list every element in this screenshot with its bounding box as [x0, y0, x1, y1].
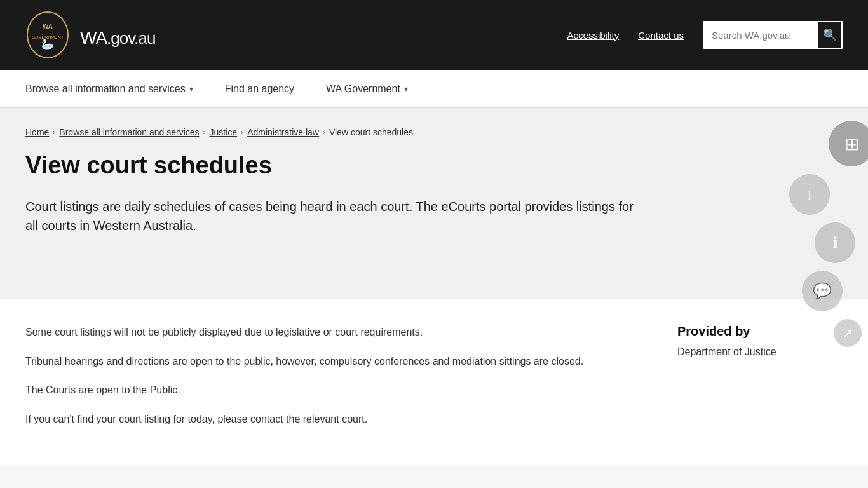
page-title: View court schedules — [25, 152, 843, 179]
breadcrumb-home[interactable]: Home — [25, 127, 49, 137]
breadcrumb-sep-2: › — [203, 128, 206, 137]
contact-link[interactable]: Contact us — [638, 30, 684, 41]
chat-icon: 💬 — [813, 282, 832, 300]
chevron-down-icon: ▾ — [189, 85, 193, 93]
layers-icon: ⊞ — [844, 133, 859, 154]
chevron-down-icon-2: ▾ — [404, 85, 408, 93]
breadcrumb-admin-law[interactable]: Administrative law — [247, 127, 319, 137]
breadcrumb-sep-1: › — [53, 128, 55, 137]
paragraph-2: Tribunal hearings and directions are ope… — [25, 353, 639, 370]
site-header: WA GOVERNMENT 🦢 WA.gov.au Accessibility … — [0, 0, 868, 70]
breadcrumb-current: View court schedules — [329, 127, 413, 137]
wa-crest-icon: WA GOVERNMENT 🦢 — [25, 10, 70, 60]
nav-wa-government[interactable]: WA Government ▾ — [326, 72, 408, 106]
fab-row-5: ↗ — [834, 319, 862, 347]
paragraph-4: If you can't find your court listing for… — [25, 411, 639, 428]
search-box: 🔍 — [703, 21, 843, 49]
breadcrumb-sep-3: › — [241, 128, 243, 137]
main-nav: Browse all information and services ▾ Fi… — [0, 70, 868, 108]
breadcrumb-justice[interactable]: Justice — [210, 127, 238, 137]
breadcrumb: Home › Browse all information and servic… — [25, 127, 843, 137]
dept-of-justice-link[interactable]: Department of Justice — [677, 346, 776, 357]
fab-row-2: ↓ — [789, 174, 830, 215]
share-icon: ↗ — [843, 325, 853, 341]
search-icon: 🔍 — [823, 28, 837, 42]
header-nav: Accessibility Contact us 🔍 — [567, 21, 843, 49]
accessibility-link[interactable]: Accessibility — [567, 30, 620, 41]
main-content: Some court listings will not be publicly… — [0, 299, 868, 465]
main-text: Some court listings will not be publicly… — [25, 324, 639, 440]
paragraph-3: The Courts are open to the Public. — [25, 382, 639, 398]
breadcrumb-sep-4: › — [323, 128, 325, 137]
nav-browse[interactable]: Browse all information and services ▾ — [25, 72, 193, 106]
download-icon: ↓ — [806, 186, 813, 203]
search-button[interactable]: 🔍 — [818, 22, 841, 48]
logo-link[interactable]: WA GOVERNMENT 🦢 WA.gov.au — [25, 10, 155, 60]
paragraph-1: Some court listings will not be publicly… — [25, 324, 639, 341]
svg-text:🦢: 🦢 — [41, 38, 54, 50]
fab-container: ⊞ ↓ ℹ 💬 ↗ — [789, 121, 868, 347]
download-fab[interactable]: ↓ — [789, 174, 830, 215]
logo-text: WA.gov.au — [80, 20, 155, 50]
content-area: ⊞ ↓ ℹ 💬 ↗ Home › Browse all informati — [0, 108, 868, 299]
share-fab[interactable]: ↗ — [834, 319, 862, 347]
search-input[interactable] — [704, 22, 818, 48]
layers-fab[interactable]: ⊞ — [829, 121, 868, 166]
nav-find-agency[interactable]: Find an agency — [225, 72, 294, 106]
fab-row-4: 💬 — [802, 271, 843, 311]
chat-fab[interactable]: 💬 — [802, 271, 843, 311]
info-fab[interactable]: ℹ — [815, 222, 855, 263]
fab-row-3: ℹ — [815, 222, 855, 263]
svg-text:WA: WA — [43, 23, 53, 30]
page-description: Court listings are daily schedules of ca… — [25, 197, 648, 235]
fab-row-1: ⊞ — [829, 121, 868, 166]
breadcrumb-browse[interactable]: Browse all information and services — [59, 127, 199, 137]
info-icon: ℹ — [832, 234, 838, 252]
